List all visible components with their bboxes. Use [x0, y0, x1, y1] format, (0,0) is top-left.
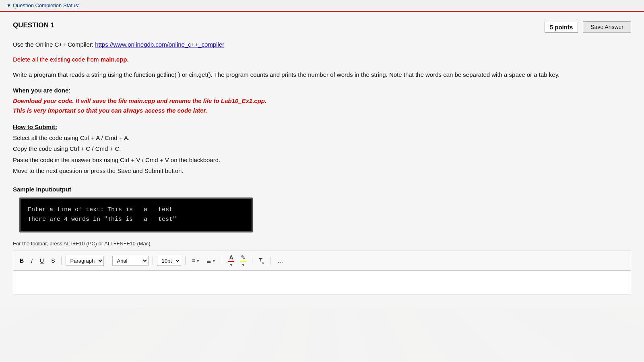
- bullet-list-chevron: ▼: [196, 259, 200, 263]
- sample-section: Sample input/output Enter a line of text…: [13, 186, 631, 233]
- paragraph-select[interactable]: Paragraph: [66, 256, 104, 266]
- italic-button[interactable]: I: [29, 256, 35, 265]
- toolbar-divider-2: [108, 257, 108, 265]
- clear-formatting-icon: Tx: [258, 257, 264, 265]
- program-description: Write a program that reads a string usin…: [13, 70, 631, 80]
- points-badge: 5 points: [545, 22, 578, 33]
- highlight-chevron: ▼: [242, 263, 246, 267]
- font-group: Arial: [112, 256, 149, 266]
- question-container: QUESTION 1 5 points Save Answer Use the …: [0, 12, 644, 307]
- terminal-box: Enter a line of text: This is a test The…: [19, 197, 253, 233]
- terminal-line-1: Enter a line of text: This is a test: [28, 205, 244, 215]
- editor-area[interactable]: [13, 270, 631, 294]
- submit-section: How to Submit: Select all the code using…: [13, 123, 631, 176]
- submit-step-2: Copy the code using Ctrl + C / Cmd + C.: [13, 144, 631, 154]
- font-color-button[interactable]: A ▼: [226, 253, 236, 268]
- compiler-instruction: Use the Online C++ Compiler: https://www…: [13, 40, 631, 49]
- paragraph-group: Paragraph: [66, 256, 104, 266]
- save-answer-button[interactable]: Save Answer: [583, 21, 631, 33]
- question-header: QUESTION 1 5 points Save Answer: [13, 21, 631, 33]
- submit-step-3: Paste the code in the answer box using C…: [13, 155, 631, 165]
- fontsize-group: 10pt: [157, 256, 181, 266]
- when-done-header: When you are done:: [13, 87, 631, 94]
- fontsize-select[interactable]: 10pt: [157, 256, 181, 266]
- toolbar-divider-1: [61, 257, 62, 265]
- bold-button[interactable]: B: [17, 256, 26, 265]
- question-completion-bar: ▼ Question Completion Status:: [0, 0, 644, 12]
- numbered-list-chevron: ▼: [212, 259, 216, 263]
- strikethrough-button[interactable]: S: [49, 256, 57, 265]
- more-options-button[interactable]: ...: [275, 256, 286, 265]
- font-color-chevron: ▼: [229, 263, 233, 267]
- bullet-list-button[interactable]: ≡ ▼: [190, 256, 202, 265]
- numbered-list-icon: ≣: [206, 257, 211, 264]
- font-color-icon: A: [229, 254, 233, 261]
- clear-formatting-button[interactable]: Tx: [256, 256, 266, 266]
- delete-filename: main.cpp.: [101, 56, 129, 63]
- toolbar-hint: For the toolbar, press ALT+F10 (PC) or A…: [13, 241, 631, 247]
- toolbar-divider-7: [270, 257, 270, 265]
- compiler-link[interactable]: https://www.onlinegdb.com/online_c++_com…: [95, 41, 224, 48]
- when-done-line1: Download your code. It will save the fil…: [13, 96, 631, 106]
- compiler-text-prefix: Use the Online C++ Compiler:: [13, 41, 93, 48]
- submit-steps: Select all the code using Ctrl + A / Cmd…: [13, 133, 631, 176]
- highlight-color-bar: [240, 261, 246, 262]
- editor-toolbar: B I U S Paragraph Arial: [13, 251, 631, 270]
- toolbar-divider-6: [252, 257, 252, 265]
- numbered-list-button[interactable]: ≣ ▼: [204, 256, 218, 265]
- arrow-icon: ▼: [6, 3, 11, 8]
- highlight-button[interactable]: ✎ ▼: [238, 253, 248, 268]
- toolbar-divider-5: [222, 257, 222, 265]
- submit-step-1: Select all the code using Ctrl + A / Cmd…: [13, 133, 631, 143]
- highlight-icon: ✎: [241, 254, 246, 261]
- when-done-text: Download your code. It will save the fil…: [13, 96, 631, 115]
- underline-button[interactable]: U: [37, 256, 46, 265]
- delete-instruction: Delete all the existing code from main.c…: [13, 55, 631, 64]
- when-done-section: When you are done: Download your code. I…: [13, 87, 631, 115]
- submit-header: How to Submit:: [13, 123, 631, 130]
- sample-header: Sample input/output: [13, 186, 631, 193]
- submit-step-4: Move to the next question or press the S…: [13, 166, 631, 176]
- font-color-bar: [228, 261, 234, 262]
- toolbar-divider-3: [153, 257, 153, 265]
- terminal-line-2: There are 4 words in "This is a test": [28, 215, 244, 225]
- delete-prefix: Delete all the existing code from: [13, 56, 101, 63]
- when-done-line2: This is very important so that you can a…: [13, 106, 631, 115]
- bullet-list-icon: ≡: [192, 257, 195, 264]
- points-save-area: 5 points Save Answer: [545, 21, 631, 33]
- font-select[interactable]: Arial: [112, 256, 149, 266]
- question-title: QUESTION 1: [13, 21, 54, 29]
- toolbar-divider-4: [185, 257, 186, 265]
- completion-bar-label: Question Completion Status:: [13, 2, 79, 8]
